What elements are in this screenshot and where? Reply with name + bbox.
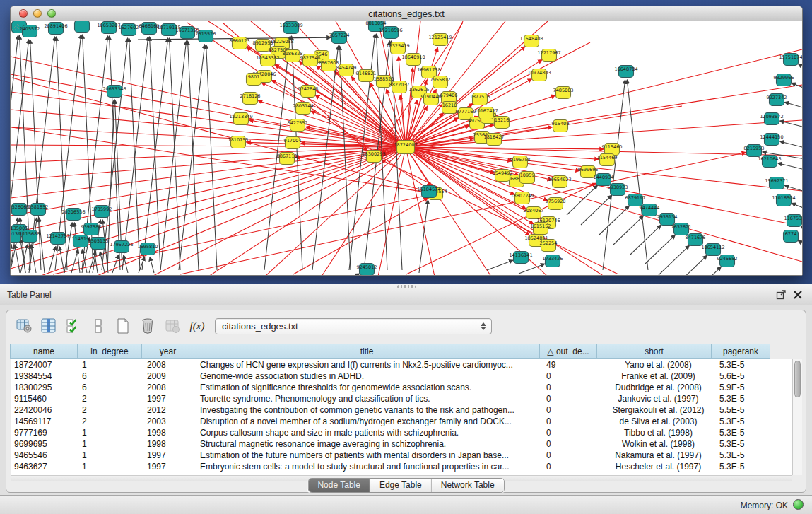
graph-node[interactable]: 9195758	[510, 156, 531, 168]
table-row[interactable]: 2242004622012Investigating the contribut…	[11, 404, 775, 416]
resize-grip-icon[interactable]	[11, 21, 20, 30]
graph-node[interactable]: 19218596	[379, 27, 402, 39]
graph-node[interactable]: 8822037	[389, 81, 410, 93]
graph-node[interactable]: 7955812	[430, 76, 451, 88]
graph-node[interactable]	[75, 21, 90, 33]
graph-node[interactable]: 2405572	[20, 25, 40, 37]
graph-node[interactable]: 2803144	[293, 103, 314, 115]
graph-node[interactable]: 15751074	[779, 54, 802, 66]
float-panel-icon[interactable]	[775, 289, 787, 300]
graph-node[interactable]: 16210	[442, 102, 457, 114]
graph-node[interactable]: 12444150	[760, 134, 783, 146]
graph-node[interactable]: 8549492	[493, 170, 513, 182]
vertical-scrollbar[interactable]	[792, 359, 802, 475]
network-window-titlebar[interactable]: citations_edges.txt	[11, 6, 802, 21]
graph-node[interactable]: 2526065	[11, 204, 29, 216]
graph-node[interactable]: 8215953	[744, 145, 765, 157]
column-header-indeg[interactable]: in_degree	[77, 344, 142, 359]
graph-node[interactable]: 20891406	[44, 23, 67, 35]
graph-node[interactable]: 8860123	[230, 37, 250, 49]
graph-node[interactable]: 17957225	[110, 241, 133, 253]
graph-node[interactable]: 9329966	[774, 74, 794, 86]
network-canvas[interactable]: 8860123891295518226058982750581863281054…	[11, 21, 802, 275]
select-columns-icon[interactable]	[63, 317, 84, 336]
graph-node[interactable]: 1733426	[543, 255, 563, 267]
table-row[interactable]: 1938455462009Genome-wide association stu…	[11, 370, 775, 382]
graph-node[interactable]: 10654112	[701, 244, 724, 256]
graph-node[interactable]: 9756928	[546, 198, 566, 210]
graph-node[interactable]: 14136141	[509, 252, 532, 264]
graph-node[interactable]: 9227342	[767, 94, 787, 106]
graph-node[interactable]: 252254	[540, 240, 558, 252]
graph-node[interactable]: 1615152	[531, 223, 551, 235]
graph-node[interactable]: 16210643	[758, 156, 781, 168]
graph-node[interactable]: 9245652	[717, 255, 738, 267]
graph-node[interactable]: 8471676	[686, 234, 706, 246]
table-row[interactable]: 946554611997Estimation of the future num…	[11, 450, 775, 461]
graph-node[interactable]: 1115688	[20, 230, 40, 243]
hub-node[interactable]: 18724007	[394, 141, 417, 154]
column-header-outdeg[interactable]: △ out_de...	[539, 344, 597, 359]
graph-node[interactable]: 1810755	[228, 136, 249, 148]
table-row[interactable]: 1830029562008Estimation of significance …	[11, 382, 775, 393]
graph-node[interactable]: 114519	[72, 235, 90, 247]
graph-node[interactable]: 20653346	[102, 86, 126, 98]
column-header-year[interactable]: year	[141, 344, 194, 359]
splitter-grip[interactable]	[397, 285, 416, 288]
graph-node[interactable]: 1735992	[92, 206, 112, 218]
function-builder-icon[interactable]: f(x)	[187, 320, 208, 332]
graph-node[interactable]: 1440934	[594, 174, 614, 186]
close-panel-icon[interactable]	[792, 289, 804, 300]
graph-node[interactable]: 1877516	[470, 93, 490, 105]
graph-node[interactable]: 1527602	[119, 24, 139, 36]
graph-node[interactable]: 7515526	[196, 30, 216, 42]
network-graph[interactable]: 8860123891295518226058982750581863281054…	[11, 21, 802, 275]
graph-node[interactable]: 8454749	[336, 64, 357, 76]
tab-node-table[interactable]: Node Table	[308, 479, 370, 492]
graph-node[interactable]: 19654923	[548, 176, 571, 188]
table-row[interactable]: 977716911998Corpus callosum shape and si…	[11, 427, 775, 438]
graph-node[interactable]: 7632621	[671, 223, 692, 235]
column-header-name[interactable]: name	[10, 344, 78, 359]
table-row[interactable]: 911546021997Tourette syndrome. Phenomeno…	[11, 393, 775, 404]
graph-node[interactable]: 5938923	[608, 184, 628, 196]
graph-node[interactable]: 9242848	[298, 86, 319, 98]
graph-node[interactable]: 8427552	[288, 119, 308, 132]
graph-node[interactable]: 6879197	[625, 194, 646, 206]
graph-node[interactable]: 18640910	[401, 54, 425, 66]
graph-node[interactable]: 1505135	[88, 238, 109, 250]
table-row[interactable]: 946362711997Embryonic stem cells: a mode…	[11, 461, 775, 472]
column-header-short[interactable]: short	[596, 344, 712, 359]
tab-network-table[interactable]: Network Table	[431, 479, 504, 492]
table-row[interactable]: 1456911722003Disruption of a novel membe…	[11, 416, 775, 427]
tab-edge-table[interactable]: Edge Table	[370, 479, 431, 492]
graph-node[interactable]: 17016504	[772, 194, 795, 206]
show-columns-icon[interactable]	[38, 317, 59, 336]
column-header-title[interactable]: title	[194, 344, 540, 359]
graph-node[interactable]: 10959	[520, 172, 535, 184]
graph-node[interactable]: 9245012	[357, 264, 377, 276]
delete-column-icon[interactable]	[137, 317, 158, 336]
graph-node[interactable]: 1695810	[138, 243, 158, 255]
graph-node[interactable]: 16648784	[614, 66, 637, 78]
scrollbar-thumb[interactable]	[794, 361, 801, 397]
graph-node[interactable]: 7857224	[329, 32, 350, 44]
graph-node[interactable]: 2718126	[240, 93, 261, 105]
row-height-icon[interactable]	[88, 317, 109, 336]
graph-node[interactable]: 6466160	[139, 23, 160, 35]
column-header-pagerank[interactable]: pagerank	[711, 344, 770, 359]
graph-node[interactable]: 2935134	[657, 214, 678, 226]
table-row[interactable]: 1872400712008Changes of HCN gene express…	[11, 359, 775, 370]
new-column-icon[interactable]	[112, 317, 134, 336]
graph-node[interactable]: 1581852	[28, 204, 49, 216]
graph-node[interactable]: 20206536	[61, 209, 85, 221]
graph-node[interactable]: 10653207	[97, 22, 120, 34]
graph-node[interactable]: 917004	[284, 137, 302, 149]
table-row[interactable]: 969969511998Structural magnetic resonanc…	[11, 438, 775, 450]
graph-node[interactable]: 18325419	[386, 42, 409, 54]
table-mode-icon[interactable]	[13, 317, 35, 336]
graph-node[interactable]: 1816427	[484, 134, 505, 146]
graph-node[interactable]: 9827548	[300, 54, 321, 66]
graph-node[interactable]: 9397588	[81, 223, 102, 235]
graph-node[interactable]: 1154469	[597, 154, 618, 166]
